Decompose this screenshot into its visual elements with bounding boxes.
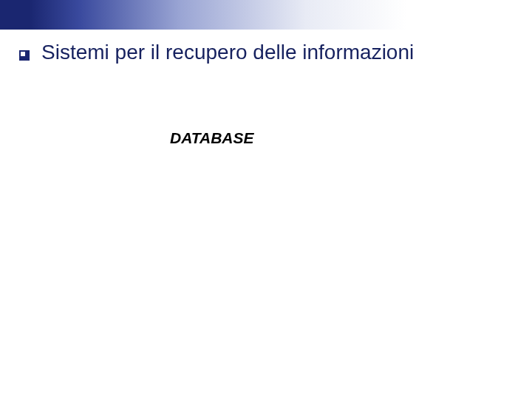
header-bar xyxy=(0,0,532,30)
title-bullet-icon xyxy=(19,50,30,61)
title-bullet-inner xyxy=(21,52,25,56)
header-accent-square xyxy=(0,0,30,30)
slide-subtitle: DATABASE xyxy=(170,129,254,147)
slide-title: Sistemi per il recupero delle informazio… xyxy=(41,41,414,64)
header-gradient xyxy=(30,0,532,30)
